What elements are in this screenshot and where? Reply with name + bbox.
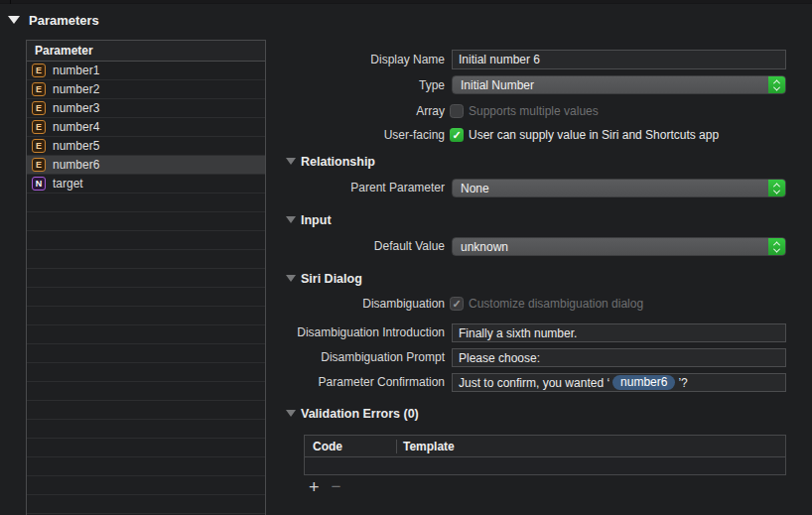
- top-divider: [0, 0, 812, 4]
- empty-row: [27, 231, 265, 250]
- parameter-row[interactable]: Enumber5: [27, 137, 265, 156]
- parameter-row[interactable]: Enumber4: [27, 118, 265, 137]
- array-checkbox[interactable]: [450, 104, 464, 118]
- parameter-name: number5: [53, 139, 99, 153]
- empty-row: [27, 250, 265, 269]
- confirmation-prefix: Just to confirm, you wanted ‘: [459, 376, 609, 390]
- parameter-row[interactable]: Enumber3: [27, 99, 265, 118]
- validation-errors-table-header: Code Template: [305, 436, 785, 457]
- enum-badge-icon: E: [32, 120, 46, 134]
- empty-row: [27, 382, 265, 401]
- empty-row: [27, 325, 265, 344]
- input-section-title: Input: [301, 212, 332, 228]
- validation-errors-controls: + −: [309, 478, 340, 496]
- display-name-label: Display Name: [370, 52, 445, 67]
- disclosure-triangle-icon[interactable]: [8, 16, 20, 24]
- empty-row: [27, 439, 265, 457]
- empty-row: [27, 307, 265, 325]
- disambiguation-prompt-value: Please choose:: [459, 351, 540, 365]
- validation-errors-empty-row: [305, 457, 785, 474]
- array-label: Array: [416, 103, 445, 119]
- disambiguation-label: Disambiguation: [362, 296, 445, 312]
- enum-badge-icon: E: [32, 139, 46, 153]
- empty-row: [27, 420, 265, 439]
- popup-stepper-icon: [768, 238, 785, 255]
- parameters-section-header: Parameters: [8, 12, 99, 28]
- template-column-header: Template: [397, 440, 785, 453]
- parameter-name: number1: [53, 64, 99, 77]
- disambiguation-prompt-field[interactable]: Please choose:: [452, 348, 786, 367]
- parameter-row[interactable]: Enumber6: [27, 156, 265, 175]
- checkmark-icon: ✓: [452, 299, 461, 310]
- validation-errors-table: Code Template: [304, 435, 786, 475]
- disambiguation-checkbox[interactable]: ✓: [450, 297, 464, 311]
- siri-dialog-disclosure-icon[interactable]: [286, 275, 296, 282]
- popup-stepper-icon: [768, 180, 785, 196]
- default-value-label: Default Value: [374, 238, 445, 254]
- code-column-header: Code: [305, 440, 396, 453]
- empty-row: [27, 212, 265, 231]
- top-divider-notch: [10, 0, 11, 4]
- disambiguation-prompt-label: Disambiguation Prompt: [321, 349, 445, 365]
- array-checkbox-label: Supports multiple values: [469, 103, 599, 119]
- empty-row: [27, 401, 265, 420]
- default-value-popup-value: unknown: [453, 240, 768, 254]
- parameter-row[interactable]: Ntarget: [27, 175, 265, 193]
- chevron-down-icon: [773, 245, 780, 252]
- parameter-name: target: [53, 177, 83, 191]
- relationship-section-title: Relationship: [301, 154, 375, 170]
- enum-badge-icon: E: [32, 101, 46, 115]
- parameter-name: number2: [53, 82, 99, 96]
- checkmark-icon: ✓: [452, 130, 461, 141]
- siri-dialog-section-title: Siri Dialog: [301, 271, 362, 287]
- display-name-value: Initial number 6: [459, 53, 540, 66]
- add-validation-error-button[interactable]: +: [309, 478, 320, 496]
- parameter-confirmation-label: Parameter Confirmation: [319, 374, 445, 390]
- parameter-rows: Enumber1Enumber2Enumber3Enumber4Enumber5…: [27, 62, 265, 515]
- parameter-name: number3: [53, 101, 99, 115]
- intent-parameter-editor: Parameters Parameter Enumber1Enumber2Enu…: [0, 0, 812, 515]
- entity-badge-icon: N: [32, 177, 46, 191]
- parameter-confirmation-field[interactable]: Just to confirm, you wanted ‘ number6 ’?: [452, 373, 786, 392]
- disambiguation-introduction-label: Disambiguation Introduction: [297, 324, 445, 340]
- relationship-disclosure-icon[interactable]: [286, 158, 296, 165]
- user-facing-checkbox[interactable]: ✓: [450, 128, 464, 142]
- enum-badge-icon: E: [32, 64, 46, 77]
- parameter-name: number4: [53, 120, 99, 134]
- display-name-field[interactable]: Initial number 6: [452, 50, 786, 69]
- empty-row: [27, 363, 265, 382]
- chevron-down-icon: [773, 187, 780, 193]
- disambiguation-checkbox-label: Customize disambiguation dialog: [469, 296, 643, 312]
- parent-parameter-popup[interactable]: None: [452, 179, 786, 197]
- disambiguation-introduction-value: Finally a sixth number.: [459, 326, 577, 340]
- parameter-row[interactable]: Enumber1: [27, 62, 265, 80]
- parent-parameter-popup-value: None: [453, 182, 768, 195]
- validation-errors-disclosure-icon[interactable]: [286, 410, 296, 417]
- user-facing-checkbox-label: User can supply value in Siri and Shortc…: [469, 127, 719, 143]
- input-disclosure-icon[interactable]: [286, 216, 296, 223]
- type-popup[interactable]: Initial Number: [452, 75, 786, 94]
- empty-row: [27, 288, 265, 307]
- remove-validation-error-button[interactable]: −: [332, 478, 341, 496]
- disambiguation-introduction-field[interactable]: Finally a sixth number.: [452, 323, 786, 342]
- enum-badge-icon: E: [32, 82, 46, 96]
- parameter-row[interactable]: Enumber2: [27, 80, 265, 99]
- type-popup-value: Initial Number: [453, 78, 768, 92]
- empty-row: [27, 476, 265, 495]
- chevron-down-icon: [773, 83, 780, 90]
- empty-row: [27, 457, 265, 476]
- empty-row: [27, 495, 265, 514]
- empty-row: [27, 344, 265, 363]
- parameters-section-title: Parameters: [29, 13, 99, 28]
- parameter-table: Parameter Enumber1Enumber2Enumber3Enumbe…: [26, 40, 266, 515]
- empty-row: [27, 269, 265, 288]
- type-label: Type: [419, 77, 445, 93]
- parent-parameter-label: Parent Parameter: [350, 180, 445, 195]
- empty-row: [27, 193, 265, 212]
- enum-badge-icon: E: [32, 158, 46, 172]
- validation-errors-section-title: Validation Errors (0): [301, 406, 419, 422]
- popup-stepper-icon: [768, 76, 785, 93]
- parameter-token: number6: [612, 375, 675, 390]
- default-value-popup[interactable]: unknown: [452, 237, 786, 256]
- parameter-column-header: Parameter: [27, 41, 265, 62]
